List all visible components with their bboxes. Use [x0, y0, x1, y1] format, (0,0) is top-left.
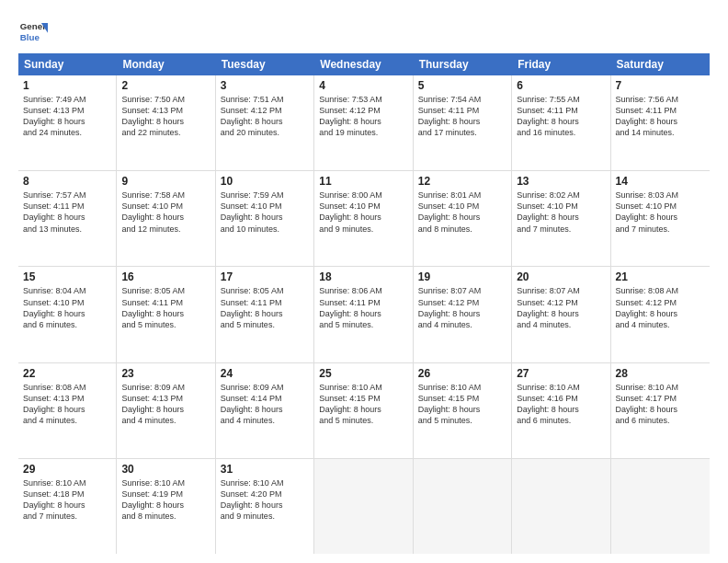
- logo: General Blue: [18, 17, 48, 46]
- calendar-cell: 26Sunrise: 8:10 AMSunset: 4:15 PMDayligh…: [414, 363, 512, 458]
- calendar-cell: 23Sunrise: 8:09 AMSunset: 4:13 PMDayligh…: [117, 363, 215, 458]
- cell-text: Sunrise: 8:10 AMSunset: 4:15 PMDaylight:…: [418, 382, 506, 427]
- calendar-cell: 2Sunrise: 7:50 AMSunset: 4:13 PMDaylight…: [117, 75, 215, 170]
- calendar-cell: 18Sunrise: 8:06 AMSunset: 4:11 PMDayligh…: [314, 267, 413, 362]
- weekday-header: Saturday: [611, 53, 710, 75]
- cell-text: Sunrise: 7:58 AMSunset: 4:10 PMDaylight:…: [121, 190, 210, 235]
- calendar-cell: 7Sunrise: 7:56 AMSunset: 4:11 PMDaylight…: [611, 75, 710, 170]
- day-number: 16: [121, 270, 210, 283]
- day-number: 24: [221, 367, 309, 380]
- cell-text: Sunrise: 7:50 AMSunset: 4:13 PMDaylight:…: [121, 94, 210, 139]
- day-number: 30: [121, 463, 210, 476]
- calendar-cell: 30Sunrise: 8:10 AMSunset: 4:19 PMDayligh…: [117, 459, 215, 554]
- calendar-cell: 14Sunrise: 8:03 AMSunset: 4:10 PMDayligh…: [611, 171, 710, 266]
- cell-text: Sunrise: 7:59 AMSunset: 4:10 PMDaylight:…: [221, 190, 309, 235]
- day-number: 21: [616, 270, 705, 283]
- day-number: 28: [616, 367, 705, 380]
- cell-text: Sunrise: 8:07 AMSunset: 4:12 PMDaylight:…: [517, 285, 605, 330]
- calendar-body: 1Sunrise: 7:49 AMSunset: 4:13 PMDaylight…: [18, 75, 710, 554]
- calendar-row: 15Sunrise: 8:04 AMSunset: 4:10 PMDayligh…: [18, 267, 710, 362]
- day-number: 15: [23, 270, 111, 283]
- day-number: 19: [418, 270, 506, 283]
- calendar-cell: 15Sunrise: 8:04 AMSunset: 4:10 PMDayligh…: [18, 267, 117, 362]
- day-number: 22: [23, 367, 111, 380]
- calendar-row: 29Sunrise: 8:10 AMSunset: 4:18 PMDayligh…: [18, 459, 710, 554]
- calendar-cell: 11Sunrise: 8:00 AMSunset: 4:10 PMDayligh…: [314, 171, 413, 266]
- cell-text: Sunrise: 8:06 AMSunset: 4:11 PMDaylight:…: [319, 285, 407, 330]
- cell-text: Sunrise: 8:10 AMSunset: 4:17 PMDaylight:…: [616, 382, 705, 427]
- calendar-cell: 17Sunrise: 8:05 AMSunset: 4:11 PMDayligh…: [216, 267, 314, 362]
- cell-text: Sunrise: 8:04 AMSunset: 4:10 PMDaylight:…: [23, 285, 111, 330]
- cell-text: Sunrise: 8:08 AMSunset: 4:12 PMDaylight:…: [616, 285, 705, 330]
- calendar-cell: 1Sunrise: 7:49 AMSunset: 4:13 PMDaylight…: [18, 75, 117, 170]
- cell-text: Sunrise: 7:56 AMSunset: 4:11 PMDaylight:…: [616, 94, 705, 139]
- day-number: 27: [517, 367, 605, 380]
- day-number: 23: [121, 367, 210, 380]
- cell-text: Sunrise: 8:08 AMSunset: 4:13 PMDaylight:…: [23, 382, 111, 427]
- cell-text: Sunrise: 8:09 AMSunset: 4:14 PMDaylight:…: [221, 382, 309, 427]
- cell-text: Sunrise: 8:07 AMSunset: 4:12 PMDaylight:…: [418, 285, 506, 330]
- calendar-cell: 27Sunrise: 8:10 AMSunset: 4:16 PMDayligh…: [512, 363, 610, 458]
- weekday-header: Wednesday: [314, 53, 413, 75]
- day-number: 4: [319, 79, 407, 92]
- calendar-cell: 10Sunrise: 7:59 AMSunset: 4:10 PMDayligh…: [216, 171, 314, 266]
- calendar-cell: 4Sunrise: 7:53 AMSunset: 4:12 PMDaylight…: [314, 75, 413, 170]
- day-number: 29: [23, 463, 111, 476]
- header: General Blue: [18, 17, 710, 46]
- cell-text: Sunrise: 8:00 AMSunset: 4:10 PMDaylight:…: [319, 190, 407, 235]
- day-number: 10: [221, 175, 309, 188]
- cell-text: Sunrise: 8:01 AMSunset: 4:10 PMDaylight:…: [418, 190, 506, 235]
- day-number: 3: [221, 79, 309, 92]
- calendar-cell: 13Sunrise: 8:02 AMSunset: 4:10 PMDayligh…: [512, 171, 610, 266]
- calendar-cell: 8Sunrise: 7:57 AMSunset: 4:11 PMDaylight…: [18, 171, 117, 266]
- calendar-cell: 9Sunrise: 7:58 AMSunset: 4:10 PMDaylight…: [117, 171, 215, 266]
- weekday-header: Monday: [117, 53, 215, 75]
- day-number: 20: [517, 270, 605, 283]
- weekday-header: Thursday: [414, 53, 512, 75]
- calendar-cell: 24Sunrise: 8:09 AMSunset: 4:14 PMDayligh…: [216, 363, 314, 458]
- weekday-header: Tuesday: [216, 53, 314, 75]
- day-number: 7: [616, 79, 705, 92]
- day-number: 13: [517, 175, 605, 188]
- cell-text: Sunrise: 8:05 AMSunset: 4:11 PMDaylight:…: [121, 285, 210, 330]
- weekday-header: Friday: [512, 53, 610, 75]
- calendar-header: SundayMondayTuesdayWednesdayThursdayFrid…: [18, 53, 710, 75]
- cell-text: Sunrise: 8:09 AMSunset: 4:13 PMDaylight:…: [121, 382, 210, 427]
- day-number: 31: [221, 463, 309, 476]
- calendar-cell: 20Sunrise: 8:07 AMSunset: 4:12 PMDayligh…: [512, 267, 610, 362]
- calendar-cell: 25Sunrise: 8:10 AMSunset: 4:15 PMDayligh…: [314, 363, 413, 458]
- day-number: 25: [319, 367, 407, 380]
- cell-text: Sunrise: 8:10 AMSunset: 4:20 PMDaylight:…: [221, 477, 309, 523]
- empty-cell: [611, 459, 710, 554]
- logo-icon: General Blue: [18, 17, 48, 46]
- calendar-cell: 6Sunrise: 7:55 AMSunset: 4:11 PMDaylight…: [512, 75, 610, 170]
- calendar-row: 8Sunrise: 7:57 AMSunset: 4:11 PMDaylight…: [18, 171, 710, 267]
- empty-cell: [414, 459, 512, 554]
- calendar-cell: 29Sunrise: 8:10 AMSunset: 4:18 PMDayligh…: [18, 459, 117, 554]
- cell-text: Sunrise: 7:54 AMSunset: 4:11 PMDaylight:…: [418, 94, 506, 139]
- day-number: 1: [23, 79, 111, 92]
- empty-cell: [314, 459, 413, 554]
- calendar-cell: 22Sunrise: 8:08 AMSunset: 4:13 PMDayligh…: [18, 363, 117, 458]
- cell-text: Sunrise: 7:55 AMSunset: 4:11 PMDaylight:…: [517, 94, 605, 139]
- day-number: 11: [319, 175, 407, 188]
- page: General Blue SundayMondayTuesdayWednesda…: [0, 0, 728, 563]
- weekday-header: Sunday: [18, 53, 117, 75]
- calendar-row: 22Sunrise: 8:08 AMSunset: 4:13 PMDayligh…: [18, 363, 710, 459]
- day-number: 18: [319, 270, 407, 283]
- day-number: 6: [517, 79, 605, 92]
- calendar-cell: 5Sunrise: 7:54 AMSunset: 4:11 PMDaylight…: [414, 75, 512, 170]
- calendar-cell: 3Sunrise: 7:51 AMSunset: 4:12 PMDaylight…: [216, 75, 314, 170]
- cell-text: Sunrise: 8:02 AMSunset: 4:10 PMDaylight:…: [517, 190, 605, 235]
- calendar-cell: 19Sunrise: 8:07 AMSunset: 4:12 PMDayligh…: [414, 267, 512, 362]
- cell-text: Sunrise: 7:51 AMSunset: 4:12 PMDaylight:…: [221, 94, 309, 139]
- svg-text:Blue: Blue: [20, 32, 40, 42]
- day-number: 5: [418, 79, 506, 92]
- day-number: 17: [221, 270, 309, 283]
- empty-cell: [512, 459, 610, 554]
- calendar-cell: 31Sunrise: 8:10 AMSunset: 4:20 PMDayligh…: [216, 459, 314, 554]
- day-number: 9: [121, 175, 210, 188]
- day-number: 8: [23, 175, 111, 188]
- day-number: 2: [121, 79, 210, 92]
- cell-text: Sunrise: 8:03 AMSunset: 4:10 PMDaylight:…: [616, 190, 705, 235]
